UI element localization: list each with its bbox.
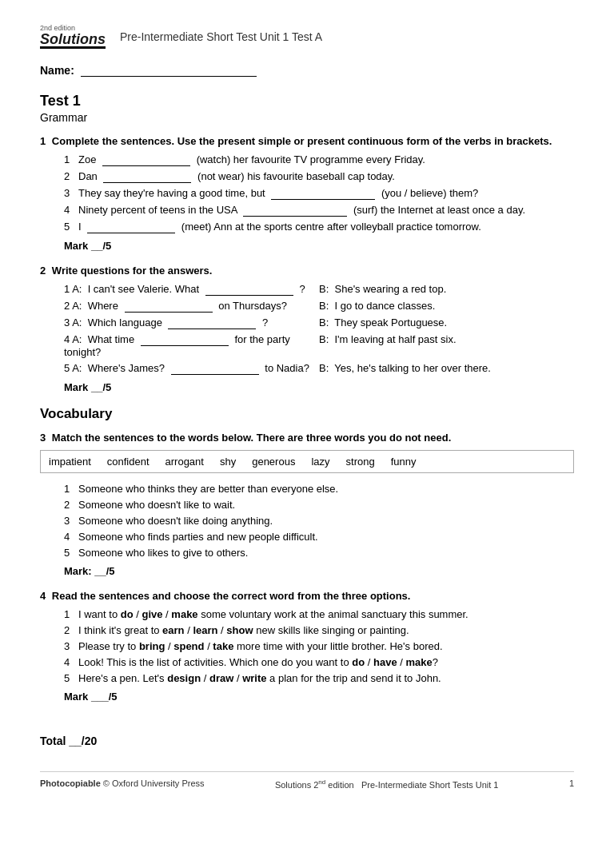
list-item: 3Someone who doesn't like doing anything… xyxy=(64,515,574,527)
word-5: generous xyxy=(252,456,295,468)
question-1-header: 1 Complete the sentences. Use the presen… xyxy=(40,135,574,147)
q2-row-3: 3 A: Which language ? B: They speak Port… xyxy=(64,317,574,329)
q1-instruction: Complete the sentences. Use the present … xyxy=(52,135,552,147)
q4-instruction: Read the sentences and choose the correc… xyxy=(52,590,411,602)
list-item: 5 I (meet) Ann at the sports centre afte… xyxy=(64,221,574,233)
word-1: impatient xyxy=(49,456,91,468)
list-item: 1 I want to do / give / make some volunt… xyxy=(64,608,574,620)
page-header: 2nd edition Solutions Pre-Intermediate S… xyxy=(40,24,574,49)
q2-number: 2 xyxy=(40,265,46,277)
q4-mark: Mark ___/5 xyxy=(64,691,574,703)
question-3: 3 Match the sentences to the words below… xyxy=(40,432,574,577)
name-underline xyxy=(81,63,257,77)
page-footer: Photocopiable © Oxford University Press … xyxy=(40,771,574,790)
word-3: arrogant xyxy=(165,456,204,468)
q3-mark: Mark: __/5 xyxy=(64,565,574,577)
vocabulary-section: Vocabulary 3 Match the sentences to the … xyxy=(40,406,574,703)
question-2: 2 Write questions for the answers. 1 A: … xyxy=(40,265,574,393)
question-1: 1 Complete the sentences. Use the presen… xyxy=(40,135,574,252)
q2-row-4: 4 A: What time for the party tonight? B:… xyxy=(64,333,574,358)
word-4: shy xyxy=(220,456,236,468)
list-item: 1 Zoe (watch) her favourite TV programme… xyxy=(64,153,574,166)
question-4-header: 4 Read the sentences and choose the corr… xyxy=(40,590,574,602)
test-section: Grammar xyxy=(40,111,574,124)
list-item: 5 Here's a pen. Let's design / draw / wr… xyxy=(64,672,574,684)
word-8: funny xyxy=(391,456,417,468)
q2-row-1: 1 A: I can't see Valerie. What ? B: She'… xyxy=(64,283,574,296)
q2-list: 1 A: I can't see Valerie. What ? B: She'… xyxy=(40,283,574,375)
q1-mark: Mark __/5 xyxy=(64,240,574,252)
footer-right: 1 xyxy=(569,778,574,790)
footer-center: Solutions 2nd edition Pre-Intermediate S… xyxy=(275,778,499,790)
question-4: 4 Read the sentences and choose the corr… xyxy=(40,590,574,703)
q4-number: 4 xyxy=(40,590,46,602)
q1-list: 1 Zoe (watch) her favourite TV programme… xyxy=(40,153,574,233)
word-box: impatient confident arrogant shy generou… xyxy=(40,450,574,473)
q2-mark: Mark __/5 xyxy=(64,381,574,393)
name-field: Name: xyxy=(40,63,574,77)
test-title: Test 1 xyxy=(40,93,574,109)
q2-row-5: 5 A: Where's James? to Nadia? B: Yes, he… xyxy=(64,362,574,375)
word-6: lazy xyxy=(311,456,329,468)
vocab-title: Vocabulary xyxy=(40,406,574,422)
word-2: confident xyxy=(107,456,150,468)
list-item: 3 They say they're having a good time, b… xyxy=(64,187,574,200)
list-item: 1Someone who thinks they are better than… xyxy=(64,483,574,495)
list-item: 5Someone who likes to give to others. xyxy=(64,547,574,559)
name-label: Name xyxy=(40,64,70,77)
q3-number: 3 xyxy=(40,432,46,444)
list-item: 4 Ninety percent of teens in the USA (su… xyxy=(64,204,574,217)
q3-instruction: Match the sentences to the words below. … xyxy=(52,432,451,444)
word-7: strong xyxy=(346,456,375,468)
brand-name: Solutions xyxy=(40,32,106,49)
q2-row-2: 2 A: Where on Thursdays? B: I go to danc… xyxy=(64,300,574,313)
list-item: 4 Look! This is the list of activities. … xyxy=(64,656,574,668)
list-item: 2 Dan (not wear) his favourite baseball … xyxy=(64,170,574,183)
question-3-header: 3 Match the sentences to the words below… xyxy=(40,432,574,444)
header-title: Pre-Intermediate Short Test Unit 1 Test … xyxy=(120,30,322,43)
list-item: 4Someone who finds parties and new peopl… xyxy=(64,531,574,543)
q4-list: 1 I want to do / give / make some volunt… xyxy=(40,608,574,684)
q3-list: 1Someone who thinks they are better than… xyxy=(40,483,574,559)
q2-instruction: Write questions for the answers. xyxy=(52,265,213,277)
footer-left: Photocopiable © Oxford University Press xyxy=(40,778,205,790)
q1-number: 1 xyxy=(40,135,46,147)
list-item: 2Someone who doesn't like to wait. xyxy=(64,499,574,511)
list-item: 2 I think it's great to earn / learn / s… xyxy=(64,624,574,636)
total-line: Total __/20 xyxy=(40,735,574,747)
question-2-header: 2 Write questions for the answers. xyxy=(40,265,574,277)
solutions-logo: 2nd edition Solutions xyxy=(40,24,106,49)
list-item: 3 Please try to bring / spend / take mor… xyxy=(64,640,574,652)
